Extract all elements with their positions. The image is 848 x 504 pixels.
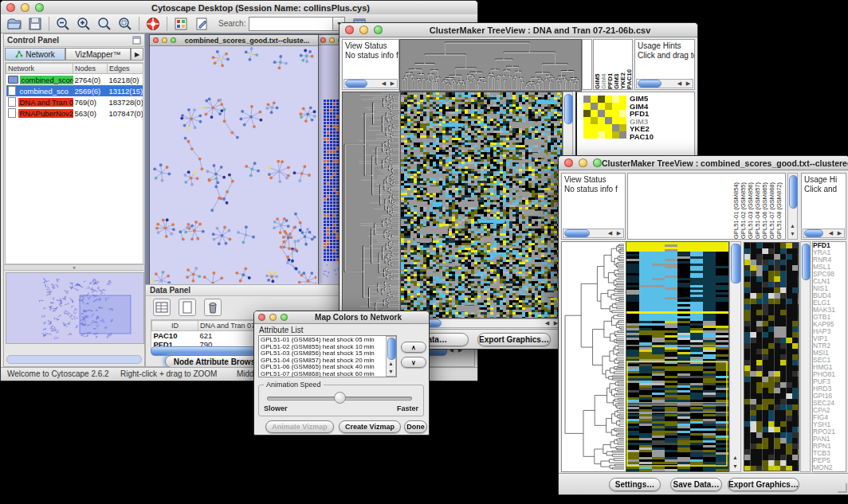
close-icon[interactable] <box>564 158 573 167</box>
control-panel-hscrollbar[interactable] <box>6 355 142 364</box>
zoom-window-icon[interactable] <box>35 3 44 12</box>
zoom-out-icon[interactable] <box>55 16 71 32</box>
annotation-icon[interactable] <box>194 16 210 32</box>
network-view-1[interactable] <box>150 46 316 283</box>
minimize-icon[interactable] <box>21 3 29 12</box>
zoom-in-icon[interactable] <box>76 16 92 32</box>
zoom-window-icon[interactable] <box>171 37 176 43</box>
resize-grip[interactable] <box>838 483 847 493</box>
minimize-icon[interactable] <box>579 158 587 167</box>
tv2-gene-label[interactable]: PUF3 <box>813 378 846 385</box>
scroll-down-icon[interactable]: ▼ <box>788 230 797 238</box>
treeview2-titlebar[interactable]: ClusterMaker TreeView : combined_scores_… <box>559 156 848 170</box>
open-file-icon[interactable] <box>6 16 22 32</box>
network-table-row[interactable]: RNAPuberNov2+ 563(0)107847(0) <box>6 107 144 119</box>
tv2-gene-label[interactable]: YSH1 <box>813 421 846 428</box>
tv2-gene-label[interactable]: HRD3 <box>813 385 846 393</box>
tv2-gene-label[interactable]: YRA1 <box>813 249 846 256</box>
float-panel-icon[interactable] <box>132 36 141 45</box>
tv2-gene-label[interactable]: NTR2 <box>813 342 846 350</box>
tv2-heatmap[interactable] <box>626 241 729 472</box>
tv2-gene-label[interactable]: RNR4 <box>813 256 846 264</box>
minimize-icon[interactable] <box>162 37 167 43</box>
tv1-gene-label[interactable]: GIM4 <box>630 103 654 111</box>
tv2-viewstatus-hscrollbar[interactable]: ◀▶ <box>563 229 624 238</box>
tv2-gene-label[interactable]: SEC1 <box>813 357 846 364</box>
tv2-gene-label[interactable]: KAP95 <box>813 321 846 328</box>
minimize-icon[interactable] <box>359 25 368 34</box>
tv1-export-graphics-button[interactable]: Export Graphics… <box>477 333 551 346</box>
tv1-gene-label[interactable]: PFD1 <box>630 110 654 118</box>
scroll-up-icon[interactable]: ▲ <box>387 360 395 368</box>
done-button[interactable]: Done <box>404 420 427 433</box>
panel-divider[interactable]: ● <box>4 264 144 271</box>
tv2-gene-label[interactable]: RPO21 <box>813 428 846 436</box>
tv2-usagehints-hscrollbar[interactable]: ◀▶ <box>803 229 845 238</box>
tv2-gene-label[interactable]: ELG1 <box>813 299 846 307</box>
scroll-down-icon[interactable]: ▼ <box>387 368 395 376</box>
attrtbl-id-header[interactable]: ID <box>152 321 198 331</box>
zoom-window-icon[interactable] <box>593 158 602 167</box>
tv2-gene-label[interactable]: GPI16 <box>813 393 846 400</box>
main-titlebar[interactable]: Cytoscape Desktop (Session Name: collins… <box>1 1 477 15</box>
col-header-nodes[interactable]: Nodes <box>73 64 108 74</box>
tv2-gene-label[interactable]: PAN1 <box>813 436 846 443</box>
network-table-row[interactable]: combined_scores 2764(0)16218(0) <box>6 74 144 86</box>
tv2-gene-label[interactable]: PFD1 <box>813 242 846 249</box>
vizmapper-icon[interactable] <box>173 16 189 32</box>
help-icon[interactable] <box>145 16 161 32</box>
tv2-gene-label[interactable]: CLN1 <box>813 278 846 285</box>
tv2-save-data-button[interactable]: Save Data… <box>670 478 722 491</box>
animate-vizmap-button[interactable]: Animate Vizmap <box>265 420 334 433</box>
attribute-list-vscrollbar[interactable]: ▲▼ <box>386 336 396 377</box>
tv1-gene-label[interactable]: GIM5 <box>630 95 654 103</box>
tv1-column-dendrogram[interactable] <box>399 39 582 92</box>
tv1-gene-label[interactable]: PAC10 <box>630 133 654 141</box>
scroll-down-icon[interactable]: ▼ <box>731 463 740 471</box>
tv2-gene-label[interactable]: MSI1 <box>813 350 846 357</box>
tv2-gene-label[interactable]: BUD4 <box>813 292 846 299</box>
close-icon[interactable] <box>6 3 15 12</box>
tv2-gene-label[interactable]: HAP3 <box>813 328 846 335</box>
tv1-gene-label[interactable]: GIM3 <box>630 118 654 126</box>
zoom-window-icon[interactable] <box>374 25 383 34</box>
network-frame-1[interactable]: combined_scores_good.txt--cluste... <box>149 34 319 284</box>
tv2-gene-label[interactable]: SPC98 <box>813 271 846 278</box>
node-attribute-browser-button[interactable]: Node Attribute Brows <box>165 355 264 368</box>
tv2-export-graphics-button[interactable]: Export Graphics… <box>728 478 799 491</box>
close-icon[interactable] <box>320 37 326 43</box>
close-icon[interactable] <box>345 25 354 34</box>
tv2-gene-label[interactable]: NIS1 <box>813 285 846 292</box>
zoom-selected-icon[interactable] <box>117 16 133 32</box>
tv2-gene-label[interactable]: FIG4 <box>813 414 846 421</box>
birdseye-view[interactable] <box>6 272 144 344</box>
delete-attribute-icon[interactable] <box>204 299 222 316</box>
tv2-settings-button[interactable]: Settings… <box>609 478 661 491</box>
tv2-zoom-heatmap[interactable] <box>744 242 799 471</box>
tv1-viewstatus-hscrollbar[interactable]: ◀▶ <box>344 79 398 88</box>
tv2-gene-label[interactable]: VIP1 <box>813 335 846 342</box>
col-header-network[interactable]: Network <box>6 64 73 74</box>
col-header-edges[interactable]: Edges <box>108 64 144 74</box>
tv2-heatmap-vscrollbar[interactable]: ▲▼ <box>729 241 741 472</box>
tv2-row-dendrogram[interactable] <box>561 241 626 472</box>
tv1-zoom-matrix[interactable] <box>583 96 626 139</box>
tv2-gene-label[interactable]: TCB3 <box>813 450 846 457</box>
close-icon[interactable] <box>153 37 159 43</box>
new-attribute-icon[interactable] <box>179 299 196 316</box>
save-icon[interactable] <box>27 16 43 32</box>
tv2-gene-label[interactable]: HMG1 <box>813 364 846 371</box>
attribute-list[interactable]: GPL51-01 (GSM854) heat shock 05 minGPL51… <box>258 335 397 377</box>
tv2-gene-label[interactable]: MAK31 <box>813 307 846 314</box>
attribute-list-item[interactable]: GPL51-07 (GSM868) heat shock 60 min <box>261 371 395 377</box>
minimize-icon[interactable] <box>269 314 277 321</box>
zoom-window-icon[interactable] <box>281 314 288 321</box>
tv1-gene-label[interactable]: YKE2 <box>630 125 654 133</box>
tv1-row-dendrogram[interactable] <box>342 92 401 318</box>
network-table-row[interactable]: combined_sco 2569(6)13112(15) <box>6 85 144 96</box>
tv2-gene-label[interactable]: GTB1 <box>813 314 846 321</box>
tv2-gene-label[interactable]: SEC24 <box>813 400 846 407</box>
tv2-gene-label[interactable]: PEP5 <box>813 457 846 464</box>
minimize-icon[interactable] <box>329 37 335 43</box>
dialog-titlebar[interactable]: Map Colors to Network <box>254 311 429 324</box>
